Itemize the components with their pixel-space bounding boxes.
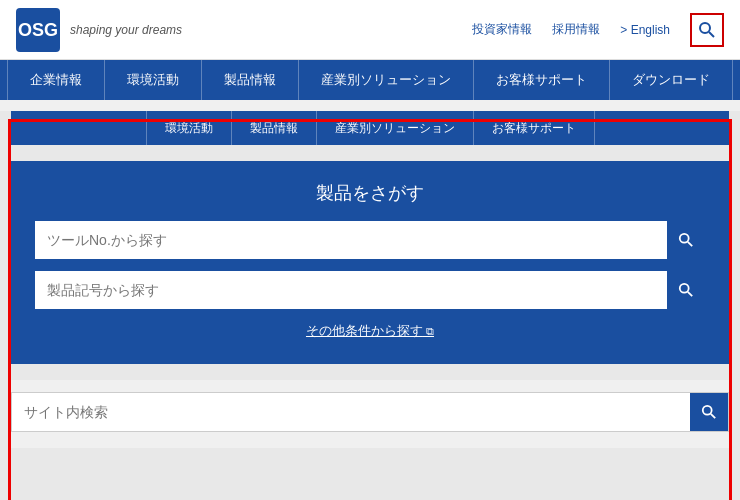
other-search-link[interactable]: その他条件から探す: [306, 323, 434, 338]
site-search-input[interactable]: [12, 393, 690, 431]
site-search-button[interactable]: [690, 393, 728, 431]
tool-search-input[interactable]: [35, 221, 667, 259]
site-search-row: [11, 392, 729, 432]
investor-link[interactable]: 投資家情報: [472, 21, 532, 38]
sub-nav-products[interactable]: 製品情報: [231, 111, 316, 145]
product-search-input[interactable]: [35, 271, 667, 309]
recruit-link[interactable]: 採用情報: [552, 21, 600, 38]
header: OSG shaping your dreams 投資家情報 採用情報 Engli…: [0, 0, 740, 60]
header-search-icon: [698, 21, 716, 39]
svg-line-3: [709, 32, 714, 37]
nav-item-solutions[interactable]: 産業別ソリューション: [298, 60, 473, 100]
svg-point-8: [703, 406, 712, 415]
svg-point-2: [700, 23, 710, 33]
logo-area: OSG shaping your dreams: [16, 8, 182, 52]
english-link[interactable]: English: [620, 23, 670, 37]
nav-item-products[interactable]: 製品情報: [201, 60, 298, 100]
other-search-link-row: その他条件から探す: [35, 321, 705, 340]
svg-point-4: [680, 234, 689, 243]
svg-line-7: [688, 292, 692, 296]
site-search-area: [11, 380, 729, 448]
sub-navbar: 環境活動 製品情報 産業別ソリューション お客様サポート: [11, 111, 729, 145]
tool-search-row: [35, 221, 705, 259]
svg-text:OSG: OSG: [18, 20, 58, 40]
nav-item-company[interactable]: 企業情報: [7, 60, 104, 100]
tool-search-button[interactable]: [667, 221, 705, 259]
logo-icon: OSG: [16, 8, 60, 52]
sub-nav-support[interactable]: お客様サポート: [473, 111, 595, 145]
main-content: 環境活動 製品情報 産業別ソリューション お客様サポート 製品をさがす: [0, 111, 740, 500]
sub-nav-solutions[interactable]: 産業別ソリューション: [316, 111, 473, 145]
header-search-button[interactable]: [690, 13, 724, 47]
nav-item-support[interactable]: お客様サポート: [473, 60, 609, 100]
nav-item-env[interactable]: 環境活動: [104, 60, 201, 100]
product-search-row: [35, 271, 705, 309]
product-search-icon: [678, 282, 694, 298]
search-panel-title: 製品をさがす: [35, 181, 705, 205]
tool-search-icon: [678, 232, 694, 248]
product-search-panel: 製品をさがす その他条件から探す: [11, 161, 729, 364]
site-search-icon: [701, 404, 717, 420]
header-right: 投資家情報 採用情報 English: [472, 13, 724, 47]
svg-line-9: [711, 414, 715, 418]
svg-point-6: [680, 284, 689, 293]
navbar: 企業情報 環境活動 製品情報 産業別ソリューション お客様サポート ダウンロード: [0, 60, 740, 100]
nav-item-download[interactable]: ダウンロード: [609, 60, 733, 100]
product-search-button[interactable]: [667, 271, 705, 309]
sub-nav-env[interactable]: 環境活動: [146, 111, 231, 145]
logo-tagline: shaping your dreams: [70, 23, 182, 37]
svg-line-5: [688, 242, 692, 246]
